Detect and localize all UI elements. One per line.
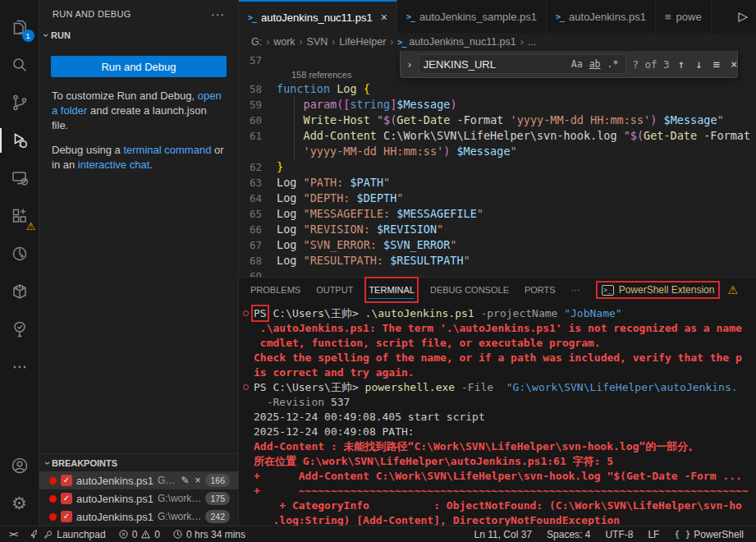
tab-label: autoJenkins_nuc11.ps1 xyxy=(261,11,373,24)
status-item-utf-8[interactable]: UTF-8 xyxy=(601,529,637,540)
breadcrumb-item[interactable]: ... xyxy=(528,36,536,48)
command-failed-icon xyxy=(243,384,249,390)
code-line: 58function Log { xyxy=(239,81,756,97)
breadcrumb-item[interactable]: work xyxy=(273,36,295,48)
code-line: 62} xyxy=(239,159,756,175)
powershell-file-icon: >_ xyxy=(556,12,564,21)
run-and-debug-button[interactable]: Run and Debug xyxy=(51,56,227,77)
breakpoint-row[interactable]: ✓autoJenkins.ps1G:\...✎×166 xyxy=(39,471,238,489)
breadcrumb-item[interactable]: SVN xyxy=(307,36,328,48)
breadcrumb-item[interactable]: G: xyxy=(251,36,262,48)
breakpoint-checkbox[interactable]: ✓ xyxy=(61,511,72,522)
terminal-line: + CategoryInfo : ObjectNotFound: (C:\Wor… xyxy=(254,498,756,513)
status-item-lf[interactable]: LF xyxy=(644,529,663,540)
breakpoint-path: G:\... xyxy=(158,475,176,486)
breakpoints-list: ✓autoJenkins.ps1G:\...✎×166✓autoJenkins.… xyxy=(39,471,238,526)
find-collapse-icon[interactable]: › xyxy=(406,58,413,71)
sidebar-more-actions[interactable]: ··· xyxy=(211,7,225,21)
terminal-line: Add-Content : 未能找到路径“C:\Work\SVN\LifeHel… xyxy=(254,439,756,454)
time-status-item[interactable]: 0 hrs 34 mins xyxy=(168,529,250,540)
code-line: 66Log "REVISION: $REVISION" xyxy=(239,222,756,237)
sidebar-link[interactable]: terminal command xyxy=(123,144,211,156)
containers-icon[interactable] xyxy=(0,273,39,310)
settings-gear-icon[interactable]: ⚙ xyxy=(0,485,39,522)
match-case-button[interactable]: Aa xyxy=(568,58,586,70)
source-control-icon[interactable] xyxy=(0,84,39,122)
panel-tab-bar: PROBLEMSOUTPUTTERMINALDEBUG CONSOLEPORTS… xyxy=(239,278,756,302)
tab-autoJenkins.ps1[interactable]: >_autoJenkins.ps1 xyxy=(547,0,656,33)
breakpoint-checkbox[interactable]: ✓ xyxy=(61,475,72,486)
status-bar: >< Launchpad 0 0 0 hrs 34 mins Ln 11, Co… xyxy=(0,526,756,542)
terminal-output[interactable]: PS C:\Users\王帅> .\autoJenkins.ps1 -proje… xyxy=(239,302,756,526)
line-number: 59 xyxy=(239,97,277,113)
breakpoint-checkbox[interactable]: ✓ xyxy=(61,493,72,504)
sidebar-link[interactable]: interactive chat xyxy=(78,158,149,171)
terminal-line: Check the spelling of the name, or if a … xyxy=(254,351,756,365)
panel-right-actions: >_ PowerShell Extension ⚠ + › xyxy=(596,281,745,299)
panel-tab-problems[interactable]: PROBLEMS xyxy=(250,281,300,299)
panel-tab-···[interactable]: ··· xyxy=(571,281,580,299)
extensions-icon[interactable]: ⚠ xyxy=(0,197,39,235)
errors-status-item[interactable]: 0 0 xyxy=(114,529,164,540)
breakpoint-row[interactable]: ✓autoJenkins.ps1G:\work\SV...175 xyxy=(39,489,238,508)
panel-tab-debug-console[interactable]: DEBUG CONSOLE xyxy=(430,281,509,299)
breadcrumb-item[interactable]: LifeHelper xyxy=(339,36,386,48)
tab-close-icon[interactable]: × xyxy=(381,11,387,24)
status-item-spaces-4[interactable]: Spaces: 4 xyxy=(543,529,594,540)
account-icon[interactable] xyxy=(0,447,39,485)
breakpoints-header[interactable]: › BREAKPOINTS xyxy=(39,453,238,471)
find-in-selection-button[interactable]: ≡ xyxy=(710,57,722,71)
panel-tab-ports[interactable]: PORTS xyxy=(525,281,556,299)
run-section-header[interactable]: › RUN xyxy=(39,28,238,43)
clock-icon xyxy=(172,529,183,540)
terminal-line: + Add-Content C:\Work\SVN\LifeHelper\svn… xyxy=(254,469,756,484)
tab-powe[interactable]: ≡powe xyxy=(656,0,712,33)
terminal-line: PS C:\Users\王帅> .\autoJenkins.ps1 -proje… xyxy=(254,306,756,321)
panel-tab-output[interactable]: OUTPUT xyxy=(316,281,353,299)
explorer-badge: 1 xyxy=(22,30,34,42)
run-file-button[interactable]: ▷ xyxy=(738,9,748,24)
find-previous-button[interactable]: ↑ xyxy=(676,57,687,71)
line-number: 64 xyxy=(239,191,277,206)
explorer-icon[interactable]: 1 xyxy=(0,8,39,46)
line-number: 62 xyxy=(239,159,277,175)
whole-word-button[interactable]: ab xyxy=(586,58,604,70)
code-editor[interactable]: › Aa ab .* ? of 3 ↑ ↓ ≡ × 57158 referenc… xyxy=(239,51,756,277)
tab-label: autoJenkins.ps1 xyxy=(569,11,646,23)
remote-explorer-icon[interactable] xyxy=(0,159,39,197)
breakpoint-row[interactable]: ✓autoJenkins.ps1G:\work\SV...242 xyxy=(39,508,238,526)
more-icon[interactable] xyxy=(0,348,39,386)
terminal-line: is correct and try again. xyxy=(254,365,756,380)
breadcrumb-item[interactable]: >_autoJenkins_nuc11.ps1 xyxy=(397,36,515,48)
edit-breakpoint-icon[interactable]: ✎ xyxy=(180,475,190,486)
breakpoint-dot-icon xyxy=(49,477,57,485)
remove-breakpoint-icon[interactable]: × xyxy=(194,475,201,486)
tab-autoJenkins_nuc11.ps1[interactable]: >_autoJenkins_nuc11.ps1× xyxy=(239,0,397,33)
wrench-icon xyxy=(43,529,53,540)
breadcrumb-separator: › xyxy=(332,36,335,48)
tab-autoJenkins_sample.ps1[interactable]: >_autoJenkins_sample.ps1 xyxy=(397,0,547,33)
regex-button[interactable]: .* xyxy=(604,58,622,70)
panel-tab-terminal[interactable]: TERMINAL xyxy=(369,281,415,299)
breakpoint-file: autoJenkins.ps1 xyxy=(76,475,153,487)
chevron-down-icon: › xyxy=(40,34,52,37)
breakpoint-file: autoJenkins.ps1 xyxy=(76,511,153,523)
run-and-debug-icon[interactable] xyxy=(0,122,39,159)
activity-bar: 1 ⚠ xyxy=(0,0,39,526)
terminal-instance-powershell-extension[interactable]: >_ PowerShell Extension xyxy=(596,281,721,299)
terminal-line: 所在位置 G:\work\SVN\LifeHelper\autoJenkins.… xyxy=(254,454,756,469)
line-number: 63 xyxy=(239,175,277,191)
find-close-button[interactable]: × xyxy=(728,57,740,71)
line-number xyxy=(239,144,277,159)
launchpad-status-item[interactable]: Launchpad xyxy=(25,529,109,540)
customize-hint-text: To customize Run and Debug, open a folde… xyxy=(52,89,226,133)
test-explorer-icon[interactable] xyxy=(0,310,39,348)
status-item-ln-11-col-37[interactable]: Ln 11, Col 37 xyxy=(470,529,537,540)
search-icon[interactable] xyxy=(0,46,39,84)
history-icon[interactable] xyxy=(0,235,39,273)
find-input[interactable] xyxy=(424,58,568,71)
status-item-powershell[interactable]: { }PowerShell xyxy=(670,529,748,540)
tab-label: powe xyxy=(676,11,702,23)
remote-indicator[interactable]: >< xyxy=(5,529,21,540)
find-next-button[interactable]: ↓ xyxy=(693,57,704,71)
